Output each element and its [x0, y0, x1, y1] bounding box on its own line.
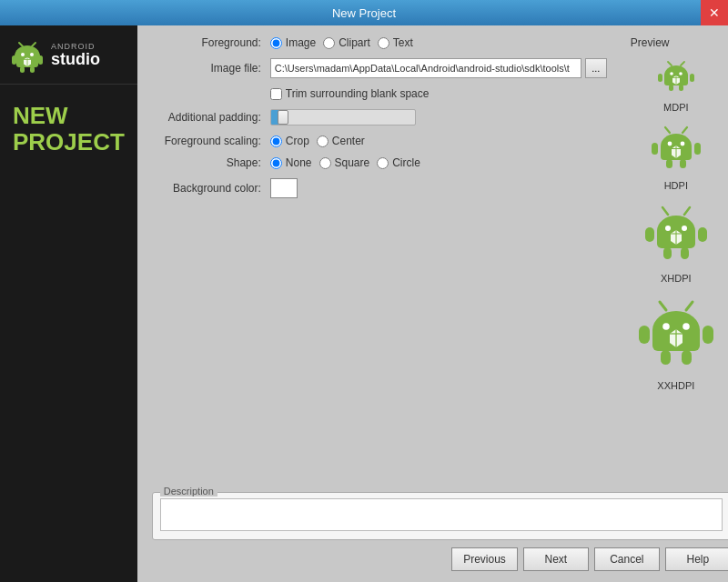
svg-point-29 — [680, 142, 684, 146]
svg-rect-61 — [682, 350, 692, 365]
android-icon — [9, 36, 46, 73]
preview-title: Preview — [631, 36, 670, 49]
sh-none-radio[interactable] — [270, 157, 282, 169]
trim-checkbox-row: Trim surrounding blank space — [270, 87, 607, 100]
description-legend: Description — [160, 486, 217, 497]
trim-label[interactable]: Trim surrounding blank space — [286, 87, 430, 100]
fg-text-radio[interactable] — [378, 37, 389, 49]
trim-checkbox[interactable] — [270, 88, 282, 100]
color-swatch[interactable] — [270, 178, 298, 198]
preview-xxhdpi: XXHDPI — [632, 291, 720, 391]
padding-slider[interactable] — [270, 109, 416, 125]
svg-line-17 — [668, 62, 672, 65]
description-textarea[interactable] — [160, 498, 723, 531]
xxhdpi-label: XXHDPI — [657, 380, 694, 391]
mdpi-label: MDPI — [663, 102, 689, 113]
scaling-label: Foreground scaling: — [152, 135, 270, 147]
hdpi-label: HDPI — [664, 180, 688, 191]
svg-rect-48 — [681, 247, 689, 259]
help-button[interactable]: Help — [665, 547, 728, 571]
svg-line-44 — [684, 207, 690, 215]
svg-line-4 — [19, 43, 23, 46]
sh-none-label[interactable]: None — [286, 156, 312, 169]
bg-color-label: Background color: — [152, 182, 270, 195]
preview-panel: Preview — [622, 36, 728, 485]
svg-rect-21 — [669, 85, 673, 91]
form-left: Foreground: Image Clipart Text — [152, 36, 607, 485]
sh-square-group: Square — [319, 156, 370, 169]
svg-rect-9 — [30, 66, 35, 73]
sh-circle-label[interactable]: Circle — [392, 156, 420, 169]
padding-label: Additional padding: — [152, 111, 270, 124]
svg-line-57 — [686, 302, 693, 310]
svg-rect-7 — [38, 55, 43, 65]
svg-line-18 — [681, 62, 684, 65]
scaling-row: Foreground scaling: Crop Center — [152, 135, 607, 147]
svg-rect-6 — [12, 55, 16, 65]
foreground-controls: Image Clipart Text — [270, 36, 413, 49]
svg-line-43 — [662, 207, 668, 215]
cancel-button[interactable]: Cancel — [594, 547, 660, 571]
title-bar: New Project ✕ — [0, 0, 728, 25]
svg-rect-22 — [679, 85, 683, 91]
project-title: NEW PROJECT — [0, 85, 137, 164]
padding-row: Additional padding: — [152, 109, 607, 125]
fg-image-radio[interactable] — [270, 37, 282, 49]
xhdpi-label: XHDPI — [661, 273, 692, 284]
svg-rect-35 — [680, 159, 686, 168]
sh-none-group: None — [270, 156, 312, 169]
scaling-controls: Crop Center — [270, 135, 365, 147]
sc-crop-group: Crop — [270, 135, 309, 147]
browse-button[interactable]: ... — [585, 58, 607, 78]
preview-hdpi: HDPI — [647, 120, 705, 191]
android-robot-xxhdpi — [632, 291, 720, 378]
fg-text-label[interactable]: Text — [393, 36, 413, 49]
svg-point-41 — [665, 226, 671, 231]
next-button[interactable]: Next — [523, 547, 589, 571]
sc-crop-label[interactable]: Crop — [286, 135, 309, 147]
previous-button[interactable]: Previous — [451, 547, 518, 571]
svg-rect-34 — [666, 159, 672, 168]
sh-circle-radio[interactable] — [377, 157, 389, 169]
sc-center-label[interactable]: Center — [332, 135, 365, 147]
svg-point-54 — [662, 323, 670, 330]
fg-clipart-group: Clipart — [323, 36, 370, 49]
studio-text: ANDROID studio — [51, 42, 100, 67]
sh-square-radio[interactable] — [319, 157, 331, 169]
studio-label: studio — [51, 51, 100, 67]
fg-clipart-radio[interactable] — [323, 37, 335, 49]
file-input-row: ... — [270, 58, 607, 78]
svg-point-3 — [30, 53, 34, 56]
sc-center-group: Center — [317, 135, 365, 147]
svg-rect-33 — [694, 143, 701, 155]
fg-text-group: Text — [378, 36, 413, 49]
shape-label: Shape: — [152, 156, 270, 169]
sc-center-radio[interactable] — [317, 135, 329, 147]
svg-rect-60 — [661, 350, 671, 365]
main-container: ANDROID studio NEW PROJECT Foreground: I… — [0, 25, 728, 582]
close-icon: ✕ — [709, 5, 720, 20]
form-section: Foreground: Image Clipart Text — [152, 36, 728, 485]
sc-crop-radio[interactable] — [270, 135, 282, 147]
window-title: New Project — [332, 6, 396, 20]
svg-rect-47 — [663, 247, 672, 259]
svg-point-2 — [21, 53, 25, 56]
button-row: Previous Next Cancel Help — [152, 540, 728, 575]
svg-rect-20 — [690, 74, 694, 82]
svg-rect-46 — [698, 227, 707, 242]
image-file-row: Image file: ... — [152, 58, 607, 78]
preview-mdpi: MDPI — [654, 56, 698, 113]
close-button[interactable]: ✕ — [701, 0, 728, 25]
image-file-label: Image file: — [152, 62, 270, 75]
sh-square-label[interactable]: Square — [335, 156, 370, 169]
file-path-input[interactable] — [270, 58, 581, 78]
android-robot-mdpi — [654, 56, 698, 100]
svg-point-16 — [679, 72, 682, 75]
svg-point-42 — [682, 226, 687, 231]
bg-color-row: Background color: — [152, 178, 607, 198]
svg-point-55 — [682, 323, 690, 330]
fg-image-label[interactable]: Image — [286, 36, 316, 49]
fg-clipart-label[interactable]: Clipart — [339, 36, 370, 49]
svg-rect-59 — [703, 326, 713, 344]
android-robot-hdpi — [647, 120, 705, 178]
